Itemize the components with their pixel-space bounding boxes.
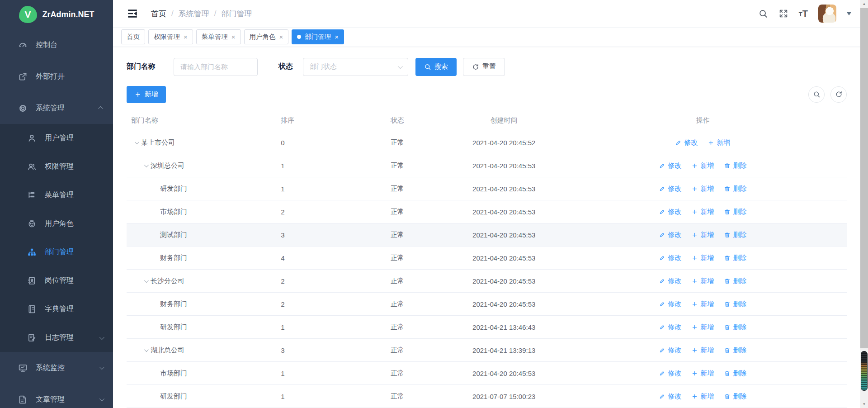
expand-row-icon[interactable] xyxy=(141,349,151,352)
edit-link[interactable]: 修改 xyxy=(659,277,681,285)
active-tab-dot xyxy=(297,35,301,39)
trash-icon xyxy=(724,162,731,169)
tab-menu[interactable]: 菜单管理× xyxy=(196,29,241,44)
dept-name-input[interactable] xyxy=(174,58,258,76)
edit-link[interactable]: 修改 xyxy=(675,138,698,147)
add-link[interactable]: 新增 xyxy=(691,369,714,378)
edit-link[interactable]: 修改 xyxy=(659,392,681,401)
add-link[interactable]: 新增 xyxy=(691,231,714,239)
edit-link[interactable]: 修改 xyxy=(659,231,681,239)
add-link[interactable]: 新增 xyxy=(708,138,730,147)
app-title: ZrAdmin.NET xyxy=(42,10,94,19)
status-select[interactable]: 部门状态 xyxy=(303,58,408,76)
expand-row-icon[interactable] xyxy=(131,141,141,144)
add-link[interactable]: 新增 xyxy=(691,185,714,193)
breadcrumb-item[interactable]: 首页 xyxy=(151,9,166,19)
tab-close-icon[interactable]: × xyxy=(231,33,236,40)
sidebar-item-log-admin[interactable]: 日志管理 xyxy=(0,323,113,352)
edit-link-label: 修改 xyxy=(668,323,681,332)
edit-link[interactable]: 修改 xyxy=(659,161,681,170)
tab-close-icon[interactable]: × xyxy=(279,33,283,40)
sidebar-item-post-admin[interactable]: 岗位管理 xyxy=(0,266,113,295)
add-link[interactable]: 新增 xyxy=(691,300,714,308)
chevron-down-icon[interactable] xyxy=(847,12,851,18)
tab-close-icon[interactable]: × xyxy=(184,33,188,40)
add-link[interactable]: 新增 xyxy=(691,161,714,170)
add-link[interactable]: 新增 xyxy=(691,254,714,262)
table-search-button[interactable] xyxy=(808,86,825,103)
scrollbar-up-arrow[interactable]: ▲ xyxy=(860,0,868,8)
chevron-down-icon xyxy=(144,347,148,352)
sidebar-item-article-admin[interactable]: 文章管理 xyxy=(0,384,113,408)
delete-link[interactable]: 删除 xyxy=(724,277,746,285)
sidebar-item-dict-admin[interactable]: 字典管理 xyxy=(0,295,113,323)
sort-cell: 4 xyxy=(276,247,345,270)
column-header: 排序 xyxy=(276,110,345,131)
tab-home[interactable]: 首页 xyxy=(121,29,145,44)
expand-row-icon[interactable] xyxy=(141,164,151,167)
search-icon[interactable] xyxy=(758,9,768,19)
created-time-cell: 2021-04-21 13:39:13 xyxy=(449,339,559,362)
actions-cell: 修改新增删除 xyxy=(559,200,847,223)
delete-link[interactable]: 删除 xyxy=(724,300,746,308)
table-refresh-button[interactable] xyxy=(830,86,847,103)
edit-link[interactable]: 修改 xyxy=(659,300,681,308)
font-size-icon[interactable]: TT xyxy=(799,9,808,18)
reset-button[interactable]: 重置 xyxy=(463,58,505,76)
delete-link[interactable]: 删除 xyxy=(724,161,746,170)
sidebar-item-menu-admin[interactable]: 菜单管理 xyxy=(0,181,113,209)
add-link[interactable]: 新增 xyxy=(691,323,714,332)
breadcrumb-item[interactable]: 系统管理 xyxy=(179,9,209,19)
delete-link[interactable]: 删除 xyxy=(724,323,746,332)
sidebar-item-user-role[interactable]: 用户角色 xyxy=(0,209,113,238)
sidebar-item-dept-admin[interactable]: 部门管理 xyxy=(0,238,113,266)
scrollbar-thumb[interactable] xyxy=(860,8,868,348)
delete-link[interactable]: 删除 xyxy=(724,392,746,401)
sidebar-item-user-admin[interactable]: 用户管理 xyxy=(0,124,113,152)
page-scrollbar[interactable]: ▲ ▼ xyxy=(860,0,868,408)
tab-permission[interactable]: 权限管理× xyxy=(148,29,193,44)
topbar: 首页/系统管理/部门管理 TT xyxy=(113,0,860,28)
main-area: 首页/系统管理/部门管理 TT 首页权限管理×菜单管理×用户角色×部门管理× 部… xyxy=(113,0,860,408)
sidebar-item-dashboard[interactable]: 控制台 xyxy=(0,29,113,61)
delete-link[interactable]: 删除 xyxy=(724,369,746,378)
dashboard-icon xyxy=(18,40,28,50)
edit-link[interactable]: 修改 xyxy=(659,323,681,332)
edit-link[interactable]: 修改 xyxy=(659,369,681,378)
search-button[interactable]: 搜索 xyxy=(415,58,457,76)
edit-link[interactable]: 修改 xyxy=(659,346,681,355)
scrollbar-down-arrow[interactable]: ▼ xyxy=(860,400,868,408)
add-link[interactable]: 新增 xyxy=(691,392,714,401)
add-button[interactable]: 新增 xyxy=(127,86,166,103)
delete-link[interactable]: 删除 xyxy=(724,346,746,355)
edit-icon xyxy=(659,324,665,331)
fullscreen-icon[interactable] xyxy=(778,9,788,19)
add-link[interactable]: 新增 xyxy=(691,277,714,285)
tab-dept[interactable]: 部门管理× xyxy=(292,29,344,44)
app-logo[interactable]: V ZrAdmin.NET xyxy=(0,0,113,29)
row-actions: 修改新增删除 xyxy=(559,346,847,355)
delete-link[interactable]: 删除 xyxy=(724,231,746,239)
chevron-down-icon xyxy=(398,63,403,68)
sidebar-item-system-admin[interactable]: 系统管理 xyxy=(0,92,113,124)
add-link[interactable]: 新增 xyxy=(691,208,714,216)
edit-link[interactable]: 修改 xyxy=(659,185,681,193)
table-row: 长沙分公司2正常2021-04-20 20:45:53修改新增删除 xyxy=(127,270,847,293)
sidebar-item-system-monitor[interactable]: 系统监控 xyxy=(0,352,113,384)
tab-close-icon[interactable]: × xyxy=(335,33,339,40)
sidebar-item-external-open[interactable]: 外部打开 xyxy=(0,61,113,92)
plus-icon xyxy=(691,185,698,192)
delete-link[interactable]: 删除 xyxy=(724,208,746,216)
delete-link[interactable]: 删除 xyxy=(724,254,746,262)
edit-link[interactable]: 修改 xyxy=(659,208,681,216)
avatar[interactable] xyxy=(818,5,836,23)
expand-row-icon[interactable] xyxy=(141,280,151,283)
add-link[interactable]: 新增 xyxy=(691,346,714,355)
edit-icon xyxy=(659,162,665,169)
dept-name: 湖北总公司 xyxy=(151,346,184,355)
tab-role[interactable]: 用户角色× xyxy=(244,29,289,44)
delete-link[interactable]: 删除 xyxy=(724,185,746,193)
sidebar-item-permission-admin[interactable]: 权限管理 xyxy=(0,152,113,181)
edit-link[interactable]: 修改 xyxy=(659,254,681,262)
sidebar-collapse-icon[interactable] xyxy=(127,8,138,19)
